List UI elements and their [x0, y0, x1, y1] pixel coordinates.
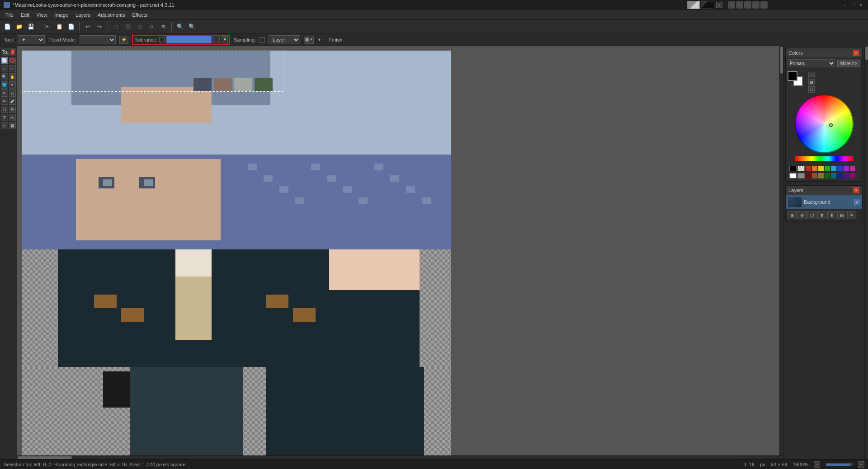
right-scroll-thumb[interactable] — [865, 47, 868, 60]
menu-layers[interactable]: Layers — [72, 11, 94, 19]
dark-green-swatch[interactable] — [825, 173, 830, 178]
move-layer-up-btn[interactable]: ⬆ — [817, 211, 826, 219]
menu-view[interactable]: View — [33, 11, 51, 19]
zoom-in-btn[interactable]: 🔍 — [175, 22, 185, 32]
sampling-dropdown[interactable]: Layer — [269, 35, 300, 44]
open-btn[interactable]: 📁 — [14, 22, 24, 32]
toolbox-close-btn[interactable]: × — [11, 49, 14, 55]
menu-image[interactable]: Image — [51, 11, 72, 19]
cyan-swatch[interactable] — [831, 166, 836, 171]
add-layer-btn[interactable]: ⊕ — [788, 211, 797, 219]
gray-swatch[interactable] — [797, 173, 805, 178]
dark-magenta-swatch[interactable] — [850, 173, 855, 178]
paint-bucket-tool[interactable]: 🪣 — [1, 81, 8, 89]
recolor-tool[interactable]: ♻ — [9, 106, 16, 113]
resize-btn[interactable]: ⊞ — [158, 22, 169, 32]
color-picker-tool[interactable]: 💉 — [9, 98, 16, 105]
colors-panel-close[interactable]: × — [853, 50, 859, 56]
layers-panel-close[interactable]: × — [853, 187, 859, 193]
close-button[interactable]: × — [858, 2, 864, 8]
minimize-button[interactable]: − — [842, 2, 848, 8]
redo-btn[interactable]: ↪ — [94, 22, 105, 32]
menu-file[interactable]: File — [2, 11, 17, 19]
duplicate-layer-btn[interactable]: ⬡ — [807, 211, 816, 219]
lasso-select-tool[interactable]: ⭕ — [9, 57, 16, 64]
zoom-in-status-btn[interactable]: + — [858, 461, 864, 468]
tool-dropdown[interactable]: ✦ — [18, 35, 45, 44]
sampling-checkbox[interactable] — [259, 37, 265, 42]
magenta-swatch[interactable] — [850, 166, 855, 171]
cut-btn[interactable]: ✂ — [42, 22, 53, 32]
invert-sel-btn[interactable]: ◻ — [134, 22, 145, 32]
tolerance-input[interactable]: 50% — [166, 36, 212, 43]
save-btn[interactable]: 💾 — [25, 22, 36, 32]
menu-edit[interactable]: Edit — [17, 11, 33, 19]
primary-swatch[interactable] — [788, 71, 797, 81]
new-file-btn[interactable]: 📄 — [2, 22, 13, 32]
move-sel-tool[interactable]: ↔ — [9, 65, 16, 72]
select-all-btn[interactable]: ⬛ — [123, 22, 133, 32]
ellipse-select-tool[interactable]: ○ — [1, 65, 8, 72]
brown-swatch[interactable] — [812, 173, 817, 178]
brush-tool[interactable]: ✏ — [1, 89, 8, 97]
horizontal-scrollbar[interactable] — [17, 455, 783, 459]
background-layer-item[interactable]: Background ✓ — [786, 195, 862, 209]
merge-layers-btn[interactable]: ⊞ — [837, 211, 846, 219]
transparency-toggle[interactable]: □ — [808, 86, 815, 93]
thumbnail-1[interactable] — [687, 1, 700, 9]
copy-btn[interactable]: 📋 — [54, 22, 65, 32]
zoom-tool[interactable]: 🔍 — [1, 73, 8, 80]
dark-red-swatch[interactable] — [806, 173, 811, 178]
gradient-tool[interactable]: ▦ — [9, 122, 16, 129]
thumbnail-add-btn[interactable]: + — [716, 2, 722, 8]
tolerance-expand-btn[interactable]: ▼ — [222, 36, 228, 43]
rectangle-select-tool[interactable]: ⬜ — [1, 57, 8, 64]
purple-swatch[interactable] — [844, 166, 849, 171]
window-controls[interactable]: − □ × — [842, 2, 864, 8]
tolerance-checkbox[interactable] — [159, 37, 165, 42]
toolbox-header[interactable]: To... × — [1, 48, 16, 56]
black-swatch[interactable] — [789, 166, 797, 171]
color-wheel[interactable] — [795, 94, 854, 153]
layer-visibility-checkbox[interactable]: ✓ — [854, 199, 860, 205]
font-size-tool[interactable]: A — [9, 114, 16, 121]
clone-stamp-tool[interactable]: ⬡ — [1, 106, 8, 113]
primary-secondary-dropdown[interactable]: Primary — [788, 59, 835, 67]
zoom-out-status-btn[interactable]: − — [814, 461, 820, 468]
teal-swatch[interactable] — [831, 173, 836, 178]
right-edge-scrollbar[interactable] — [864, 46, 868, 459]
maximize-button[interactable]: □ — [850, 2, 856, 8]
pan-tool[interactable]: ✋ — [9, 73, 16, 80]
layers-panel-header[interactable]: Layers × — [786, 186, 862, 195]
layer-properties-btn[interactable]: ✎ — [847, 211, 856, 219]
indigo-swatch[interactable] — [844, 173, 849, 178]
deselect-btn[interactable]: ⬚ — [111, 22, 122, 32]
menu-adjustments[interactable]: Adjustments — [94, 11, 129, 19]
sampling-color-btn[interactable]: ▼ — [304, 36, 314, 44]
vertical-scrollbar[interactable] — [779, 46, 783, 459]
scroll-thumb-v[interactable] — [780, 47, 783, 74]
colors-more-btn[interactable]: More >> — [837, 60, 860, 67]
menu-effects[interactable]: Effects — [129, 11, 151, 19]
thumbnail-2[interactable] — [702, 1, 714, 9]
blue-swatch[interactable] — [837, 166, 843, 171]
main-canvas[interactable] — [22, 51, 451, 459]
white-swatch[interactable] — [789, 173, 797, 178]
pencil-tool[interactable]: ✏ — [1, 98, 8, 105]
magic-wand-tool[interactable]: ✦ — [9, 81, 16, 89]
color-hue-bar[interactable] — [795, 156, 854, 161]
crop-btn[interactable]: ⬡ — [146, 22, 157, 32]
undo-btn[interactable]: ↩ — [82, 22, 93, 32]
orange-swatch[interactable] — [812, 166, 817, 171]
transparent-swatch[interactable] — [797, 166, 805, 171]
flood-mode-dropdown[interactable] — [80, 35, 116, 44]
text-tool[interactable]: T — [1, 114, 8, 121]
dropdown-arrow[interactable]: ▼ — [317, 38, 321, 42]
finish-button[interactable]: Finish — [325, 36, 346, 44]
yellow-swatch[interactable] — [818, 166, 824, 171]
zoom-out-btn[interactable]: 🔍 — [186, 22, 197, 32]
reset-colors-btn[interactable]: ⊞ — [808, 79, 815, 85]
shapes-tool[interactable]: ◇ — [1, 122, 8, 129]
eraser-tool[interactable]: ◻ — [9, 89, 16, 97]
delete-layer-btn[interactable]: ⊖ — [797, 211, 807, 219]
